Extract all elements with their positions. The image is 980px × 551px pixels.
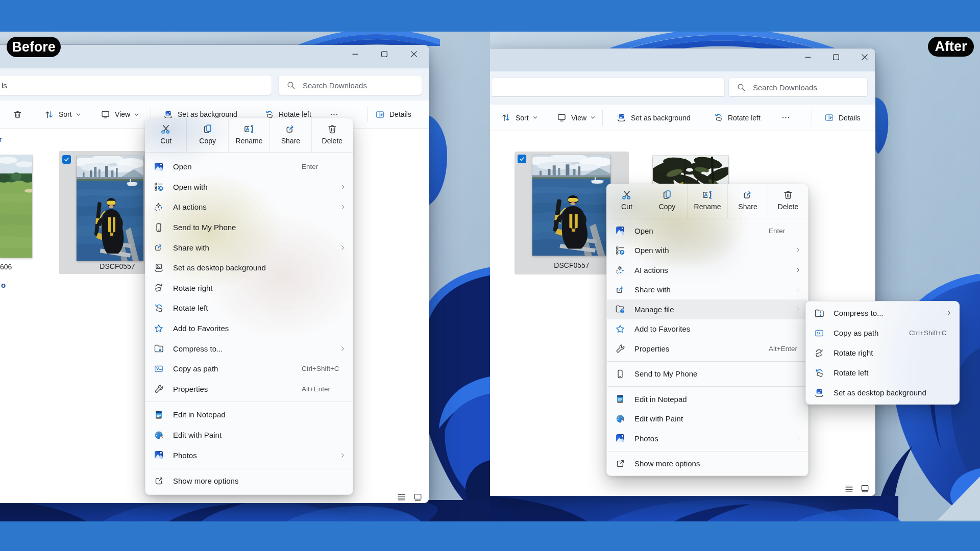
address-input[interactable] <box>491 78 725 97</box>
sort-button[interactable]: Sort <box>501 105 538 131</box>
delete-toolbar-button[interactable] <box>13 101 22 128</box>
details-button[interactable]: Details <box>375 101 411 128</box>
close-button[interactable] <box>410 51 418 58</box>
menu-item-label: Share with <box>634 285 671 294</box>
menu-item-label: Edit in Notepad <box>173 410 226 419</box>
menu-item-share-with[interactable]: Share with <box>607 280 808 300</box>
sort-button[interactable]: Sort <box>44 101 81 128</box>
golf-photo-thumbnail[interactable] <box>0 155 32 258</box>
menu-item-ai-actions[interactable]: AI actions <box>145 197 353 217</box>
menu-item-copy-as-path[interactable]: Copy as pathCtrl+Shift+C <box>806 323 959 343</box>
menu-item-rotate-left[interactable]: Rotate left <box>145 298 353 318</box>
menu-item-compress-to[interactable]: Compress to... <box>806 303 959 323</box>
copy-button[interactable]: Copy <box>186 118 228 152</box>
toolbar-separator <box>602 110 603 126</box>
after-badge-label: After <box>935 39 967 55</box>
rename-icon <box>702 189 713 201</box>
rename-button[interactable]: Rename <box>228 118 270 152</box>
cut-button[interactable]: Cut <box>607 184 647 218</box>
menu-item-photos[interactable]: Photos <box>607 429 808 448</box>
panel-before: ls Search Downloads Sort View Set as bac… <box>0 32 490 521</box>
menu-item-photos[interactable]: Photos <box>145 445 353 465</box>
menu-item-rotate-right[interactable]: Rotate right <box>806 343 959 363</box>
menu-item-edit-in-notepad[interactable]: Edit in Notepad <box>607 389 808 409</box>
menu-item-label: Copy as path <box>173 364 218 373</box>
search-input[interactable]: Search Downloads <box>728 78 868 97</box>
selection-checkbox[interactable] <box>62 155 71 164</box>
view-button[interactable]: View <box>557 105 596 131</box>
rename-button[interactable]: Rename <box>687 184 727 218</box>
delete-icon <box>782 189 794 201</box>
menu-item-set-as-desktop-background[interactable]: Set as desktop background <box>145 258 353 278</box>
menu-item-open[interactable]: OpenEnter <box>607 221 808 241</box>
titlebar[interactable] <box>490 48 875 71</box>
maximize-button[interactable] <box>381 51 388 58</box>
copy-as-path-icon <box>814 328 824 338</box>
rotate-right-icon <box>154 283 164 293</box>
open-with-icon <box>154 182 164 192</box>
rotate-right-icon <box>814 348 824 358</box>
menu-item-add-to-favorites[interactable]: Add to Favorites <box>607 319 808 339</box>
menu-item-show-more-options[interactable]: Show more options <box>145 471 353 491</box>
details-button[interactable]: Details <box>824 105 861 131</box>
delete-button[interactable]: Delete <box>311 118 353 152</box>
set-as-background-button[interactable]: Set as background <box>617 105 691 131</box>
rotate-left-button[interactable]: Rotate left <box>714 105 761 131</box>
close-button[interactable] <box>861 54 868 61</box>
menu-item-open[interactable]: OpenEnter <box>145 157 353 177</box>
sort-label: Sort <box>59 110 72 118</box>
details-icon <box>824 113 834 122</box>
edit-in-notepad-icon <box>615 394 625 404</box>
menu-item-label: Send to My Phone <box>634 369 697 378</box>
maximize-button[interactable] <box>832 54 840 61</box>
compress-to-icon <box>154 343 164 354</box>
list-view-toggle[interactable] <box>397 493 406 502</box>
menu-item-send-to-my-phone[interactable]: Send to My Phone <box>607 364 808 384</box>
share-button[interactable]: Share <box>270 118 311 152</box>
menu-item-label: Show more options <box>634 459 700 468</box>
search-input[interactable]: Search Downloads <box>278 75 422 95</box>
list-view-toggle[interactable] <box>845 484 853 493</box>
menu-item-edit-with-paint[interactable]: Edit with Paint <box>145 425 353 445</box>
cut-button[interactable]: Cut <box>145 118 186 152</box>
minimize-button[interactable] <box>804 54 812 61</box>
selection-checkbox[interactable] <box>518 155 526 163</box>
copy-as-path-icon <box>154 364 164 374</box>
submenu-items: Compress to... Copy as pathCtrl+Shift+C … <box>806 302 959 404</box>
view-button[interactable]: View <box>101 101 139 128</box>
menu-item-add-to-favorites[interactable]: Add to Favorites <box>145 318 353 339</box>
menu-item-label: Add to Favorites <box>173 324 229 333</box>
thumbnail-view-toggle[interactable] <box>861 484 869 493</box>
address-input[interactable]: ls <box>0 75 272 95</box>
menu-item-manage-file[interactable]: Manage file <box>607 299 808 319</box>
share-button[interactable]: Share <box>727 184 768 218</box>
menu-item-set-as-desktop-background[interactable]: Set as desktop background <box>806 383 959 403</box>
thumbnail-view-toggle[interactable] <box>413 493 422 502</box>
menu-separator <box>146 468 352 468</box>
menu-item-open-with[interactable]: Open with <box>145 177 353 197</box>
scuba-photo-thumbnail[interactable] <box>77 156 143 261</box>
menu-item-rotate-right[interactable]: Rotate right <box>145 278 353 298</box>
minimize-button[interactable] <box>352 51 359 58</box>
menu-item-properties[interactable]: PropertiesAlt+Enter <box>607 339 808 359</box>
address-bar-row: ls Search Downloads <box>0 68 429 101</box>
menu-item-ai-actions[interactable]: AI actions <box>607 260 808 280</box>
menu-item-copy-as-path[interactable]: Copy as pathCtrl+Shift+C <box>145 359 353 379</box>
menu-item-edit-with-paint[interactable]: Edit with Paint <box>607 409 808 429</box>
menu-item-compress-to[interactable]: Compress to... <box>145 338 353 359</box>
menu-item-show-more-options[interactable]: Show more options <box>607 454 808 474</box>
titlebar[interactable] <box>0 45 429 68</box>
menu-item-edit-in-notepad[interactable]: Edit in Notepad <box>145 405 353 425</box>
more-options-button[interactable] <box>781 105 791 131</box>
menu-item-open-with[interactable]: Open with <box>607 241 808 261</box>
menu-item-share-with[interactable]: Share with <box>145 237 353 258</box>
menu-item-send-to-my-phone[interactable]: Send to My Phone <box>145 217 353 238</box>
delete-button[interactable]: Delete <box>768 184 808 218</box>
before-badge-label: Before <box>12 39 56 55</box>
menu-item-rotate-left[interactable]: Rotate left <box>806 363 959 383</box>
scuba-photo-thumbnail[interactable] <box>532 155 610 256</box>
cut-icon <box>160 123 172 135</box>
copy-button[interactable]: Copy <box>647 184 687 218</box>
menu-item-label: Rotate left <box>834 368 868 377</box>
menu-item-properties[interactable]: PropertiesAlt+Enter <box>145 379 353 399</box>
